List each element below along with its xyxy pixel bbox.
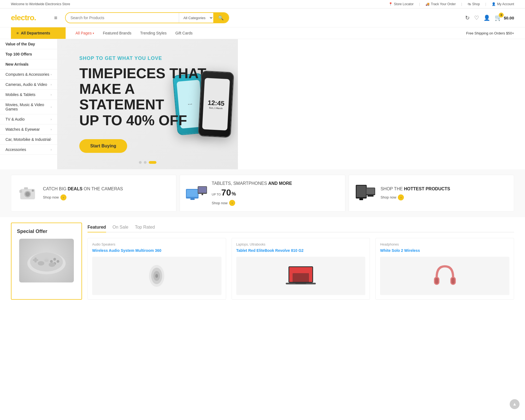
svg-point-5 [32, 189, 34, 192]
product-image-speakers [92, 257, 221, 295]
tab-top-rated[interactable]: Top Rated [135, 223, 155, 232]
chevron-down-icon: ▾ [93, 32, 94, 35]
products-section: Special Offer Featured [0, 217, 525, 305]
product-category-3: Headphones [380, 243, 509, 246]
svg-rect-4 [24, 187, 28, 189]
nav-bar: ≡ All Departments All Pages ▾ Featured B… [0, 27, 525, 39]
tablets-promo-image [185, 182, 207, 204]
chevron-right-icon: › [51, 83, 52, 86]
product-category-2: Laptops, Ultrabooks [236, 243, 366, 246]
hamburger-menu[interactable]: ≡ [52, 14, 60, 22]
hero-title-line1: TIMEPIECES THAT [79, 66, 216, 81]
chevron-right-icon: › [51, 148, 52, 151]
header-icons: ↻ ♡ 👤 🛒 0 $0.00 [465, 14, 514, 21]
store-locator-link[interactable]: 📍 Store Locator [389, 2, 414, 6]
sidebar-item-movies[interactable]: Movies, Music & Video Games › [0, 100, 57, 114]
product-name-3[interactable]: White Solo 2 Wireless [380, 248, 509, 253]
promo-cameras-title: CATCH BIG DEALS ON THE CAMERAS [43, 186, 123, 192]
product-name-1[interactable]: Wireless Audio System Multiroom 360 [92, 248, 221, 253]
controller-image [19, 239, 74, 282]
promo-percent: UP TO 70 % [212, 188, 292, 198]
dot-3[interactable] [149, 161, 156, 164]
nav-link-featured-brands[interactable]: Featured Brands [98, 27, 136, 39]
header: electro. ≡ All Categories Computers Came… [0, 8, 525, 27]
svg-rect-7 [187, 190, 198, 197]
special-offer-title: Special Offer [17, 229, 76, 234]
promo-card-cameras: CATCH BIG DEALS ON THE CAMERAS Shop now … [11, 175, 176, 212]
sidebar-item-top100[interactable]: Top 100 Offers [0, 49, 57, 59]
svg-rect-21 [34, 258, 37, 262]
free-shipping-text: Free Shipping on Orders $50+ [466, 31, 514, 35]
shop-arrow-icon-2: › [229, 200, 235, 206]
sidebar-item-car[interactable]: Car, Motorbike & Industrial › [0, 135, 57, 145]
product-card-laptop: Laptops, Ultrabooks Tablet Red EliteBook… [232, 238, 370, 300]
nav-link-giftcards[interactable]: Gift Cards [171, 27, 197, 39]
product-card-speakers: Audio Speakers Wireless Audio System Mul… [88, 238, 226, 300]
product-card-headphones: Headphones White Solo 2 Wireless [375, 238, 514, 300]
dot-2[interactable] [144, 161, 147, 164]
svg-rect-17 [368, 195, 374, 197]
sidebar-item-cameras[interactable]: Cameras, Audio & Video › [0, 80, 57, 90]
track-order-link[interactable]: 🚚 Track Your Order [425, 2, 456, 6]
svg-point-11 [202, 194, 203, 195]
svg-rect-42 [435, 278, 438, 284]
nav-link-trending[interactable]: Trending Styles [136, 27, 171, 39]
chevron-right-icon: › [51, 118, 52, 121]
svg-point-23 [57, 260, 59, 263]
product-name-2[interactable]: Tablet Red EliteBook Revolve 810 G2 [236, 248, 366, 253]
svg-rect-14 [359, 199, 363, 200]
cart-icon: 🛒 0 [495, 14, 502, 21]
hero-title: TIMEPIECES THAT MAKE A STATEMENT UP TO 4… [79, 66, 216, 128]
wishlist-icon[interactable]: ♡ [474, 14, 479, 21]
product-grid: Audio Speakers Wireless Audio System Mul… [88, 238, 514, 300]
search-button[interactable]: 🔍 [213, 13, 229, 23]
svg-rect-43 [451, 278, 455, 284]
promo-card-hottest: SHOP THE HOTTEST PRODUCTS Shop now › [349, 175, 514, 212]
sidebar-item-mobiles[interactable]: Mobiles & Tablets › [0, 90, 57, 100]
account-icon[interactable]: 👤 [483, 14, 490, 21]
sidebar-item-value-of-day[interactable]: Value of the Day [0, 39, 57, 49]
sidebar-item-accessories[interactable]: Accessories › [0, 145, 57, 155]
search-bar: All Categories Computers Cameras Mobiles… [65, 12, 229, 23]
sidebar-item-tv[interactable]: TV & Audio › [0, 114, 57, 124]
svg-rect-13 [357, 186, 366, 197]
shop-link[interactable]: 🛍 Shop [468, 2, 480, 6]
shop-arrow-icon-3: › [398, 194, 404, 200]
promo-hottest-shop-now[interactable]: Shop now › [381, 194, 450, 200]
hero-title-line3: UP TO 40% OFF [79, 113, 216, 128]
sidebar-item-watches[interactable]: Watches & Eyewear › [0, 124, 57, 135]
svg-point-24 [50, 260, 53, 263]
welcome-text: Welcome to Worldwide Electronics Store [11, 2, 70, 6]
all-departments-button[interactable]: ≡ All Departments [11, 27, 66, 39]
cart[interactable]: 🛒 0 $0.00 [495, 14, 514, 21]
category-select[interactable]: All Categories Computers Cameras Mobiles [179, 13, 213, 23]
menu-lines-icon: ≡ [16, 31, 19, 35]
location-icon: 📍 [389, 2, 393, 6]
promo-cameras-shop-now[interactable]: Shop now › [43, 194, 123, 200]
top-bar-right: 📍 Store Locator | 🚚 Track Your Order | 🛍… [389, 2, 514, 6]
dot-1[interactable] [139, 161, 142, 164]
sidebar-item-computers[interactable]: Computers & Accessories › [0, 69, 57, 80]
logo[interactable]: electro. [11, 13, 46, 22]
featured-tabs: Featured On Sale Top Rated [88, 223, 514, 232]
promo-card-tablets: TABLETS, SMARTPHONES AND MORE UP TO 70 %… [180, 175, 345, 212]
refresh-icon[interactable]: ↻ [465, 14, 470, 21]
my-account-link[interactable]: 👤 My Account [492, 2, 514, 6]
svg-rect-16 [366, 188, 375, 194]
nav-link-allpages[interactable]: All Pages ▾ [71, 27, 98, 39]
promo-tablets-shop-now[interactable]: Shop now › [212, 200, 292, 206]
sidebar-item-new-arrivals[interactable]: New Arrivals [0, 59, 57, 69]
chevron-right-icon: › [51, 138, 52, 141]
chevron-right-icon: › [51, 105, 52, 109]
tab-featured[interactable]: Featured [88, 223, 106, 232]
promo-hottest-title: SHOP THE HOTTEST PRODUCTS [381, 186, 450, 192]
truck-icon: 🚚 [425, 2, 430, 6]
promo-section: CATCH BIG DEALS ON THE CAMERAS Shop now … [0, 169, 525, 217]
chevron-right-icon: › [51, 73, 52, 76]
svg-rect-1 [19, 190, 22, 193]
hero-buy-button[interactable]: Start Buying [79, 139, 127, 153]
search-input[interactable] [66, 13, 179, 23]
svg-point-27 [49, 262, 55, 267]
special-offer-box: Special Offer [11, 223, 82, 300]
tab-on-sale[interactable]: On Sale [113, 223, 129, 232]
